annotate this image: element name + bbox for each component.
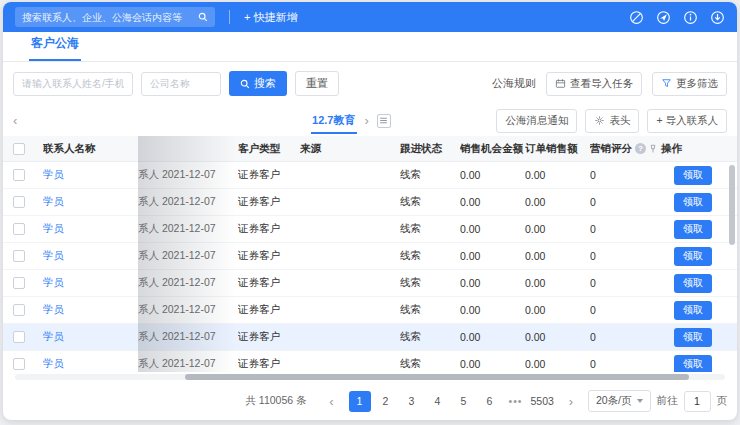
prev-page-button[interactable]: ‹ [321,391,343,412]
contact-name-link[interactable]: 学员 [43,168,64,182]
page-button[interactable]: 4 [427,391,449,412]
contact-name-link[interactable]: 学员 [43,303,64,317]
row-order-amount: 0.00 [525,169,590,181]
segment-group: 12.7教育 › [311,105,391,136]
marketing-score-label: 营销评分 [590,142,632,156]
table-row[interactable]: 学员系人 2021-12-07证券客户线索0.000.000领取 [3,297,737,324]
row-order-amount: 0.00 [525,304,590,316]
row-checkbox[interactable] [13,196,25,208]
page-button[interactable]: 1 [349,391,371,412]
row-follow-status: 线索 [400,303,460,317]
page-list: 123456•••5503 [349,391,554,412]
table-row[interactable]: 学员系人 2021-12-07证券客户线索0.000.000领取 [3,162,737,189]
row-marketing-score: 0 [590,277,648,289]
view-import-tasks-button[interactable]: 查看导入任务 [546,72,642,96]
goto-page-input[interactable] [684,391,711,412]
segment-list-icon[interactable] [377,114,391,128]
table-row[interactable]: 学员系人 2021-12-07证券客户线索0.000.000领取 [3,270,737,297]
row-checkbox[interactable] [13,358,25,370]
row-checkbox[interactable] [13,331,25,343]
pool-rules-link[interactable]: 公海规则 [492,76,536,91]
claim-button[interactable]: 领取 [674,274,712,293]
company-name-input[interactable] [141,72,221,96]
segment-tab[interactable]: 12.7教育 [311,105,356,136]
row-follow-status: 线索 [400,195,460,209]
pagination: 共 110056 条 ‹ 123456•••5503 › 20条/页 前往 页 [3,382,737,420]
page-button[interactable]: 5 [453,391,475,412]
claim-button[interactable]: 领取 [674,166,712,185]
topbar-icons [629,10,725,25]
tab-customer-pool[interactable]: 客户公海 [29,35,81,61]
table-header-button[interactable]: 表头 [585,109,639,133]
row-checkbox[interactable] [13,250,25,262]
page-button[interactable]: 2 [375,391,397,412]
table-row[interactable]: 学员系人 2021-12-07证券客户线索0.000.000领取 [3,324,737,351]
contact-name-link[interactable]: 学员 [43,276,64,290]
contact-name-link[interactable]: 学员 [43,222,64,236]
row-checkbox[interactable] [13,223,25,235]
claim-button[interactable]: 领取 [674,301,712,320]
row-checkbox[interactable] [13,277,25,289]
contact-name-link[interactable]: 学员 [43,357,64,371]
vertical-scrollbar[interactable] [728,163,736,372]
search-icon[interactable] [198,12,208,22]
more-filters-button[interactable]: 更多筛选 [652,72,727,96]
table-header-label: 表头 [609,114,630,128]
ban-icon[interactable] [629,10,644,25]
contact-name-input[interactable] [13,72,133,96]
table-row[interactable]: 学员系人 2021-12-07证券客户线索0.000.000领取 [3,351,737,372]
row-marketing-score: 0 [590,250,648,262]
import-contacts-button[interactable]: + 导入联系人 [647,109,727,133]
table-row[interactable]: 学员系人 2021-12-07证券客户线索0.000.000领取 [3,243,737,270]
col-customer-type: 客户类型 [238,142,300,156]
claim-button[interactable]: 领取 [674,355,712,373]
table-row[interactable]: 学员系人 2021-12-07证券客户线索0.000.000领取 [3,189,737,216]
global-search-input[interactable] [22,12,198,23]
help-icon[interactable]: ? [635,143,646,154]
row-order-amount: 0.00 [525,358,590,370]
search-button[interactable]: 搜索 [229,71,287,96]
col-marketing-score: 营销评分 ? [590,142,648,156]
contact-name-link[interactable]: 学员 [43,249,64,263]
global-search[interactable] [15,7,215,27]
search-button-label: 搜索 [254,76,276,91]
page-button[interactable]: 6 [479,391,501,412]
reset-button[interactable]: 重置 [295,71,339,96]
segment-scroll-right-icon[interactable]: › [365,114,369,127]
horizontal-scrollbar[interactable] [15,372,725,382]
page-button[interactable]: 3 [401,391,423,412]
page-button[interactable]: 5503 [531,391,554,412]
pin-icon [648,144,658,154]
row-follow-status: 线索 [400,168,460,182]
contact-name-link[interactable]: 学员 [43,330,64,344]
row-checkbox[interactable] [13,169,25,181]
table-row[interactable]: 学员系人 2021-12-07证券客户线索0.000.000领取 [3,216,737,243]
select-all-checkbox[interactable] [13,143,25,155]
row-opportunity-amount: 0.00 [460,250,525,262]
tabbar: 客户公海 [3,32,737,62]
claim-button[interactable]: 领取 [674,193,712,212]
contact-name-link[interactable]: 学员 [43,195,64,209]
filter-bar: 搜索 重置 公海规则 查看导入任务 更多筛选 [3,62,737,105]
claim-button[interactable]: 领取 [674,247,712,266]
gear-icon [594,115,605,126]
info-icon[interactable] [683,10,698,25]
download-icon[interactable] [710,10,725,25]
row-checkbox[interactable] [13,304,25,316]
claim-button[interactable]: 领取 [674,220,712,239]
total-count: 共 110056 条 [245,394,306,408]
row-detail: 系人 2021-12-07 [138,249,238,263]
send-icon[interactable] [656,10,671,25]
claim-button[interactable]: 领取 [674,328,712,347]
vertical-scrollbar-thumb[interactable] [729,165,735,245]
chevron-down-icon [637,399,643,403]
pool-notification-button[interactable]: 公海消息通知 [496,109,577,133]
row-opportunity-amount: 0.00 [460,169,525,181]
segment-scroll-left-icon[interactable]: ‹ [13,114,17,127]
next-page-button[interactable]: › [560,391,582,412]
page-size-select[interactable]: 20条/页 [588,390,651,412]
page-ellipsis[interactable]: ••• [505,391,527,412]
row-marketing-score: 0 [590,358,648,370]
horizontal-scrollbar-thumb[interactable] [185,374,689,380]
quick-add-button[interactable]: + 快捷新增 [244,10,297,25]
